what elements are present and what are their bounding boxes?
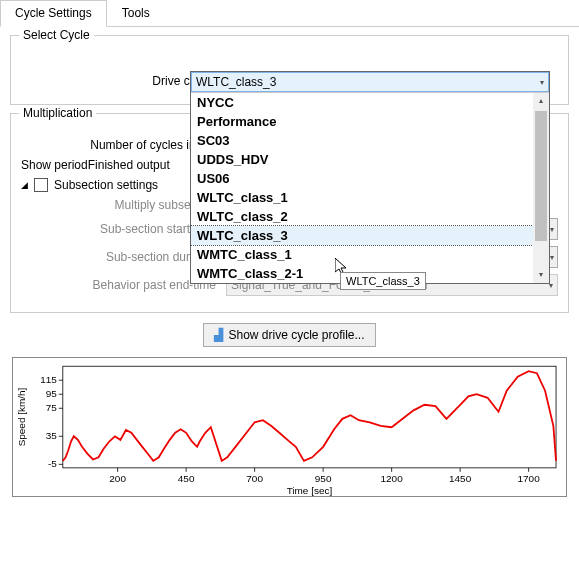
chevron-down-icon: ▾ <box>550 225 554 234</box>
chart-icon: ▟ <box>214 328 223 342</box>
scroll-thumb[interactable] <box>535 111 547 241</box>
svg-text:35: 35 <box>46 430 58 441</box>
dropdown-scrollbar[interactable]: ▴ ▾ <box>533 93 549 283</box>
tab-tools[interactable]: Tools <box>107 0 165 26</box>
drive-cycle-dropdown[interactable]: WLTC_class_3 ▾ ▴ ▾ NYCCPerformanceSC03UD… <box>190 71 550 284</box>
svg-text:1450: 1450 <box>449 473 472 484</box>
svg-text:115: 115 <box>40 374 57 385</box>
dropdown-selected[interactable]: WLTC_class_3 ▾ <box>191 72 549 92</box>
subsection-checkbox[interactable] <box>34 178 48 192</box>
dropdown-item[interactable]: WLTC_class_2 <box>191 207 533 226</box>
dropdown-item[interactable]: Performance <box>191 112 533 131</box>
svg-text:700: 700 <box>246 473 263 484</box>
scroll-up-icon[interactable]: ▴ <box>533 93 549 109</box>
svg-text:950: 950 <box>315 473 332 484</box>
subsection-expand-icon[interactable]: ◢ <box>21 180 28 190</box>
dropdown-item[interactable]: WMTC_class_1 <box>191 245 533 264</box>
svg-text:95: 95 <box>46 388 58 399</box>
svg-text:1700: 1700 <box>518 473 541 484</box>
dropdown-item[interactable]: WLTC_class_3 <box>191 226 533 245</box>
dropdown-selected-text: WLTC_class_3 <box>196 75 276 89</box>
dropdown-item[interactable]: UDDS_HDV <box>191 150 533 169</box>
svg-text:200: 200 <box>109 473 126 484</box>
svg-text:Time [sec]: Time [sec] <box>287 485 333 496</box>
dropdown-item[interactable]: WLTC_class_1 <box>191 188 533 207</box>
svg-text:450: 450 <box>178 473 195 484</box>
svg-text:75: 75 <box>46 402 58 413</box>
subsection-heading: Subsection settings <box>54 178 158 192</box>
svg-rect-0 <box>63 366 556 468</box>
select-cycle-title: Select Cycle <box>19 28 94 42</box>
dropdown-item[interactable]: NYCC <box>191 93 533 112</box>
show-profile-button[interactable]: ▟ Show drive cycle profile... <box>203 323 375 347</box>
multiplication-title: Multiplication <box>19 106 96 120</box>
drive-cycle-chart: 200450700950120014501700-5357595115Time … <box>12 357 567 497</box>
tab-cycle-settings[interactable]: Cycle Settings <box>0 0 107 27</box>
dropdown-tooltip: WLTC_class_3 <box>340 272 426 290</box>
svg-text:1200: 1200 <box>381 473 404 484</box>
dropdown-item[interactable]: SC03 <box>191 131 533 150</box>
svg-text:Speed [km/h]: Speed [km/h] <box>16 387 27 446</box>
chevron-down-icon: ▾ <box>540 78 544 87</box>
svg-text:-5: -5 <box>48 458 57 469</box>
dropdown-item[interactable]: US06 <box>191 169 533 188</box>
show-profile-label: Show drive cycle profile... <box>228 328 364 342</box>
scroll-down-icon[interactable]: ▾ <box>533 267 549 283</box>
chevron-down-icon: ▾ <box>550 253 554 262</box>
